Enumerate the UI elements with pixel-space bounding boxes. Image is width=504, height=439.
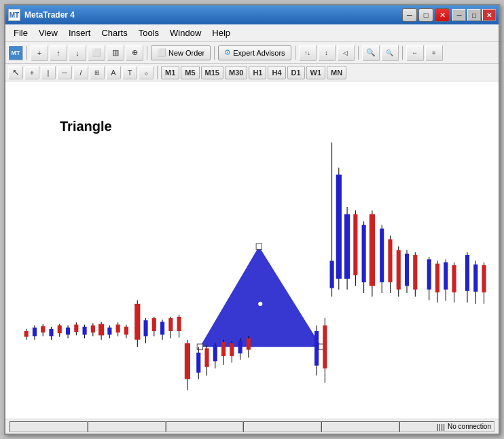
timeframe-m30[interactable]: M30: [225, 66, 247, 79]
svg-rect-75: [427, 259, 431, 289]
status-seg-4: [243, 421, 321, 432]
svg-rect-19: [98, 324, 104, 335]
template-button[interactable]: ⊕: [126, 45, 143, 61]
horizontal-line-button[interactable]: ─: [57, 66, 72, 79]
cursor-tool-button[interactable]: ↖: [8, 66, 23, 79]
svg-rect-15: [83, 327, 87, 335]
inner-close-button[interactable]: ✕: [435, 8, 450, 22]
menu-bar: File View Insert Charts Tools Window Hel…: [5, 24, 499, 42]
svg-rect-53: [247, 339, 251, 350]
svg-rect-69: [397, 250, 401, 290]
zoom-in-button[interactable]: ↑: [50, 45, 67, 61]
zoom-out2-button[interactable]: 🔍: [381, 45, 399, 61]
buy-button[interactable]: ↑↓: [299, 45, 317, 61]
triangle-shape: [200, 246, 321, 347]
menu-file[interactable]: File: [8, 26, 33, 40]
svg-rect-7: [49, 329, 53, 337]
chart-scroll-button[interactable]: ⬜: [88, 45, 105, 61]
svg-rect-13: [74, 324, 78, 332]
menu-charts[interactable]: Charts: [96, 26, 132, 40]
svg-rect-5: [41, 326, 45, 333]
connection-status: |||| No connection: [437, 423, 491, 431]
close-button[interactable]: ✕: [482, 9, 496, 21]
history-button[interactable]: ◁: [337, 45, 355, 61]
expert-advisors-button[interactable]: ⚙ Expert Advisors: [218, 45, 291, 60]
main-window: MT MetaTrader 4 ─ □ ✕ ─ □ ✕ File View In…: [4, 4, 500, 435]
new-order-button[interactable]: ⬜ New Order: [151, 45, 211, 60]
svg-rect-59: [353, 214, 357, 275]
restore-button[interactable]: □: [467, 9, 481, 21]
svg-rect-65: [380, 229, 384, 282]
timeframe-d1[interactable]: D1: [287, 66, 305, 79]
status-bar: |||| No connection: [5, 419, 499, 434]
separator-2: [147, 46, 147, 60]
timeframe-m1[interactable]: M1: [161, 66, 179, 79]
minimize-button[interactable]: ─: [452, 9, 466, 21]
crosshair-tool-button[interactable]: +: [24, 66, 39, 79]
svg-rect-61: [362, 225, 366, 282]
svg-rect-9: [58, 326, 62, 334]
text-label-button[interactable]: T: [122, 66, 137, 79]
toolbar-drawing: ↖ + | ─ / ⊞ A T ⬦ M1 M5 M15 M30 H1 H4 D1…: [5, 64, 499, 81]
svg-rect-55: [336, 174, 342, 278]
chart-area[interactable]: Triangle: [5, 81, 499, 419]
chart-properties-button[interactable]: ▥: [107, 45, 124, 61]
new-chart-button[interactable]: +: [31, 45, 48, 61]
trendline-button[interactable]: /: [73, 66, 88, 79]
chart-shift-button[interactable]: ≡: [425, 45, 443, 61]
window-title: MetaTrader 4: [24, 10, 402, 20]
zoom-in2-button[interactable]: 🔍: [362, 45, 380, 61]
menu-tools[interactable]: Tools: [133, 26, 164, 40]
channel-button[interactable]: ⊞: [90, 66, 105, 79]
svg-rect-89: [330, 261, 334, 288]
svg-rect-39: [185, 343, 190, 379]
sell-button[interactable]: ↕: [318, 45, 336, 61]
expert-icon: ⚙: [224, 48, 231, 57]
triangle-handle-top: [256, 244, 262, 249]
expert-label: Expert Advisors: [233, 49, 285, 57]
status-seg-3: [166, 421, 244, 432]
timeframe-h1[interactable]: H1: [249, 66, 266, 79]
timeframe-h4[interactable]: H4: [268, 66, 285, 79]
menu-view[interactable]: View: [33, 26, 63, 40]
svg-rect-49: [230, 343, 234, 356]
menu-window[interactable]: Window: [164, 26, 206, 40]
svg-rect-37: [177, 317, 181, 331]
svg-rect-81: [452, 265, 456, 292]
timeframe-w1[interactable]: W1: [306, 66, 326, 79]
svg-rect-91: [323, 326, 327, 368]
menu-insert[interactable]: Insert: [63, 26, 96, 40]
timeframe-mn[interactable]: MN: [327, 66, 346, 79]
menu-help[interactable]: Help: [206, 26, 236, 40]
svg-rect-47: [221, 342, 226, 356]
timeframe-m5[interactable]: M5: [181, 66, 199, 79]
arrow-button[interactable]: ⬦: [139, 66, 154, 79]
inner-maximize-button[interactable]: □: [418, 8, 433, 22]
zoom-out-button[interactable]: ↓: [69, 45, 86, 61]
separator-5: [358, 46, 359, 60]
new-order-icon: ⬜: [157, 48, 166, 57]
signal-icon: ||||: [437, 423, 445, 431]
svg-rect-67: [388, 240, 392, 282]
svg-rect-21: [107, 328, 111, 335]
svg-rect-83: [465, 255, 469, 291]
timeframe-m15[interactable]: M15: [201, 66, 223, 79]
toolbar-main: MT + ↑ ↓ ⬜ ▥ ⊕ ⬜ New Order ⚙ Expert Advi…: [5, 42, 499, 64]
status-seg-1: [10, 421, 88, 432]
text-button[interactable]: A: [106, 66, 121, 79]
svg-rect-11: [66, 328, 70, 335]
app-small-icon[interactable]: MT: [8, 45, 23, 60]
new-order-label: New Order: [168, 49, 204, 57]
svg-rect-87: [482, 265, 486, 292]
svg-rect-25: [124, 327, 128, 335]
status-seg-5: [321, 421, 399, 432]
period-sep-button[interactable]: ↔: [406, 45, 424, 61]
vertical-line-button[interactable]: |: [41, 66, 56, 79]
svg-rect-3: [33, 328, 37, 337]
svg-rect-31: [152, 318, 156, 331]
separator-tf: [157, 66, 158, 79]
svg-rect-1: [24, 331, 29, 337]
inner-minimize-button[interactable]: ─: [402, 8, 417, 22]
svg-rect-29: [143, 320, 147, 336]
svg-rect-85: [473, 265, 478, 292]
